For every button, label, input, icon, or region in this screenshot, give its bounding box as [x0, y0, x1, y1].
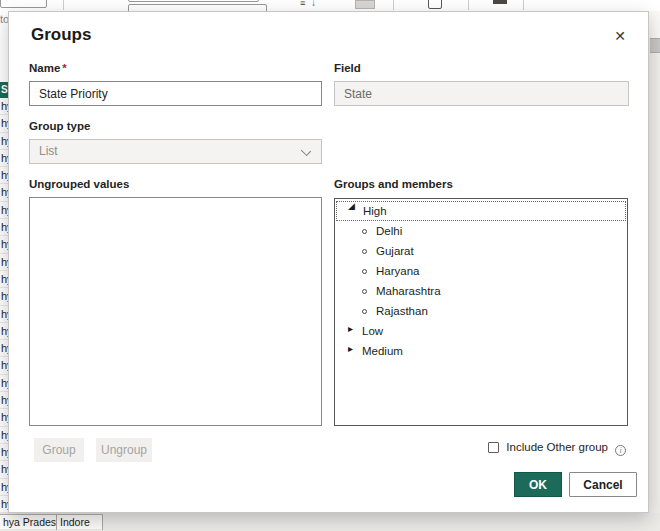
include-other-label[interactable]: Include Other group: [506, 441, 608, 453]
ribbon-separator: [63, 0, 64, 10]
ribbon-control-fragment: [0, 0, 47, 8]
sort-icon: ≡: [300, 0, 305, 8]
tree-group-label: Low: [362, 325, 383, 337]
bg-table-cell: Indore: [57, 515, 103, 530]
group-type-label: Group type: [29, 120, 90, 132]
bullet-icon: [362, 289, 367, 294]
groups-members-label: Groups and members: [334, 178, 453, 190]
bg-bottom-strip: hya Pradesh Indore: [0, 513, 660, 531]
include-other-group-row: Include Other group i: [488, 441, 626, 453]
group-button: Group: [34, 438, 84, 462]
tree-member[interactable]: Gujarat: [335, 241, 627, 261]
ungrouped-values-listbox[interactable]: [29, 197, 322, 426]
field-label: Field: [334, 62, 361, 74]
name-input[interactable]: [29, 81, 322, 106]
tree-group-high[interactable]: High: [336, 201, 626, 221]
tree-member-label: Delhi: [376, 225, 402, 237]
info-icon[interactable]: i: [615, 445, 626, 456]
include-other-checkbox[interactable]: [488, 442, 499, 453]
tree-member[interactable]: Haryana: [335, 261, 627, 281]
chevron-down-icon: [302, 147, 310, 155]
tree-member[interactable]: Maharashtra: [335, 281, 627, 301]
tree-group-label: Medium: [362, 345, 403, 357]
group-type-value: List: [39, 144, 58, 158]
bg-right-panel-top: [649, 11, 660, 38]
groups-dialog: Groups ✕ Name* Field Group type List Ung…: [8, 11, 649, 513]
expanded-arrow-icon[interactable]: [349, 207, 357, 215]
ribbon-icon-fragment: [428, 0, 442, 9]
tree-member[interactable]: Rajasthan: [335, 301, 627, 321]
name-label: Name*: [29, 62, 67, 74]
collapsed-arrow-icon[interactable]: [348, 327, 356, 335]
tree-member-label: Rajasthan: [376, 305, 428, 317]
close-icon[interactable]: ✕: [610, 26, 630, 46]
scrollbar-thumb[interactable]: [650, 38, 660, 53]
bullet-icon: [362, 309, 367, 314]
ribbon-icon-fragment: [355, 0, 375, 9]
group-type-dropdown: List: [29, 139, 322, 164]
groups-members-tree: High Delhi Gujarat Haryana Maharashtra R…: [334, 198, 628, 426]
tree-group-medium[interactable]: Medium: [335, 341, 627, 361]
name-label-text: Name: [29, 62, 60, 74]
ok-button[interactable]: OK: [514, 472, 562, 497]
bullet-icon: [362, 269, 367, 274]
ribbon-separator: [523, 0, 524, 10]
tree-member-label: Maharashtra: [376, 285, 441, 297]
bg-right-panel: [649, 11, 660, 513]
tree-member-label: Gujarat: [376, 245, 414, 257]
ribbon-control-fragment: [128, 0, 259, 2]
dialog-title: Groups: [31, 25, 91, 45]
ribbon-separator: [468, 0, 469, 10]
ribbon-separator: [393, 0, 394, 10]
required-asterisk: *: [62, 62, 66, 74]
tree-member-label: Haryana: [376, 265, 419, 277]
tree-group-low[interactable]: Low: [335, 321, 627, 341]
ribbon-icon-fragment: [493, 0, 507, 4]
ungroup-button: Ungroup: [96, 438, 152, 462]
app-background: ≡ ↓ to Sta hyhyhyhyhyhyhyhyhyhyhyhyhyhyh…: [0, 0, 660, 531]
bullet-icon: [362, 249, 367, 254]
tree-group-label: High: [363, 205, 387, 217]
cancel-button[interactable]: Cancel: [569, 472, 637, 497]
field-input: [334, 81, 629, 106]
bg-table-cell: hya Pradesh: [0, 515, 57, 530]
bullet-icon: [362, 229, 367, 234]
sort-arrow-icon: ↓: [311, 0, 316, 8]
bg-table-row: hya Pradesh Indore: [0, 514, 103, 529]
ungrouped-values-label: Ungrouped values: [29, 178, 129, 190]
collapsed-arrow-icon[interactable]: [348, 347, 356, 355]
tree-member[interactable]: Delhi: [335, 221, 627, 241]
